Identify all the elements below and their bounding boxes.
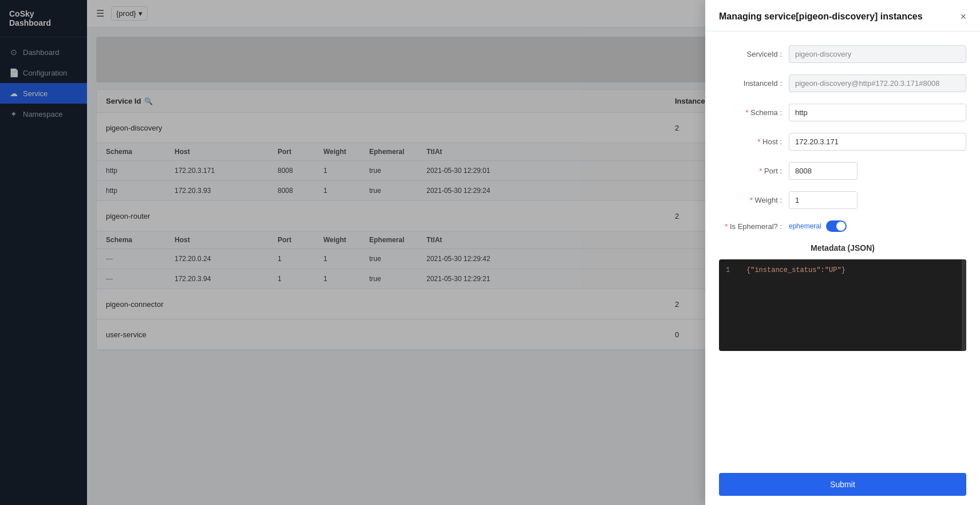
host-cell: 172.20.3.94: [175, 275, 278, 283]
menu-icon[interactable]: ☰: [96, 8, 104, 19]
ephemeral-cell: true: [369, 167, 426, 175]
service-id-header: Service Id 🔍: [106, 97, 675, 105]
service-name: pigeon-connector: [106, 300, 675, 309]
service-id-header-label: Service Id: [106, 97, 141, 105]
sidebar-label-service: Service: [23, 89, 48, 98]
modal-panel: Managing service[pigeon-discovery] insta…: [705, 0, 980, 505]
port-cell: 1: [278, 255, 323, 263]
port-input[interactable]: [789, 162, 858, 180]
weight-label: Weight :: [719, 196, 782, 204]
env-label: {prod}: [116, 9, 136, 18]
weight-cell: 1: [323, 187, 369, 195]
sidebar-item-dashboard[interactable]: ⊙ Dashboard: [0, 42, 87, 62]
weight-input[interactable]: [789, 191, 858, 209]
weight-col-header: Weight: [323, 236, 369, 244]
schema-cell: —: [106, 275, 175, 283]
host-cell: 172.20.3.171: [175, 167, 278, 175]
configuration-icon: 📄: [9, 68, 18, 77]
host-row: Host :: [719, 133, 966, 151]
modal-close-button[interactable]: ×: [960, 11, 966, 22]
sidebar-item-configuration[interactable]: 📄 Configuration: [0, 62, 87, 83]
metadata-section-title: Metadata (JSON): [719, 243, 966, 253]
ephemeral-row: Is Ephemeral? : ephemeral: [719, 220, 966, 232]
env-selector[interactable]: {prod} ▾: [111, 6, 148, 21]
ephemeral-label: Is Ephemeral? :: [719, 222, 782, 231]
instance-id-row: InstanceId :: [719, 74, 966, 92]
ephemeral-toggle-wrapper: ephemeral: [789, 220, 847, 232]
host-input[interactable]: [789, 133, 966, 151]
sidebar-label-namespace: Namespace: [23, 110, 62, 119]
port-cell: 1: [278, 275, 323, 283]
app-logo: CoSky Dashboard: [0, 0, 87, 37]
modal-header: Managing service[pigeon-discovery] insta…: [705, 0, 980, 31]
weight-cell: 1: [323, 167, 369, 175]
code-line: 1 {"instance_status":"UP"}: [726, 266, 959, 274]
service-name: pigeon-router: [106, 212, 675, 220]
service-id-input[interactable]: [789, 45, 966, 63]
sidebar-nav: ⊙ Dashboard 📄 Configuration ☁ Service ✦ …: [0, 37, 87, 129]
ephemeral-cell: true: [369, 275, 426, 283]
service-name: user-service: [106, 330, 675, 339]
code-scrollbar[interactable]: [962, 259, 966, 351]
search-icon[interactable]: 🔍: [144, 97, 153, 105]
port-col-header: Port: [278, 236, 323, 244]
host-col-header: Host: [175, 148, 278, 156]
ephemeral-toggle[interactable]: [826, 220, 847, 232]
dashboard-icon: ⊙: [9, 48, 18, 57]
port-cell: 8008: [278, 167, 323, 175]
port-cell: 8008: [278, 187, 323, 195]
schema-col-header: Schema: [106, 236, 175, 244]
schema-label: Schema :: [719, 108, 782, 117]
service-icon: ☁: [9, 89, 18, 98]
service-name: pigeon-discovery: [106, 124, 675, 132]
code-value: {"instance_status":"UP"}: [746, 266, 845, 274]
schema-col-header: Schema: [106, 148, 175, 156]
host-label: Host :: [719, 137, 782, 146]
weight-cell: 1: [323, 255, 369, 263]
sidebar-label-configuration: Configuration: [23, 69, 67, 77]
chevron-down-icon: ▾: [139, 9, 143, 18]
sidebar-label-dashboard: Dashboard: [23, 48, 60, 57]
port-row: Port :: [719, 162, 966, 180]
service-id-label: ServiceId :: [719, 50, 782, 58]
sidebar: CoSky Dashboard ⊙ Dashboard 📄 Configurat…: [0, 0, 87, 505]
toggle-slider: [826, 220, 847, 232]
port-label: Port :: [719, 167, 782, 175]
modal-title: Managing service[pigeon-discovery] insta…: [719, 11, 923, 22]
instance-id-input[interactable]: [789, 74, 966, 92]
host-cell: 172.20.0.24: [175, 255, 278, 263]
namespace-icon: ✦: [9, 109, 18, 119]
host-col-header: Host: [175, 236, 278, 244]
weight-row: Weight :: [719, 191, 966, 209]
weight-col-header: Weight: [323, 148, 369, 156]
host-cell: 172.20.3.93: [175, 187, 278, 195]
submit-button[interactable]: Submit: [719, 473, 966, 496]
metadata-editor[interactable]: 1 {"instance_status":"UP"}: [719, 259, 966, 351]
ephemeral-cell: true: [369, 255, 426, 263]
modal-body: ServiceId : InstanceId : Schema : Host :…: [705, 31, 980, 464]
sidebar-item-namespace[interactable]: ✦ Namespace: [0, 104, 87, 124]
schema-row: Schema :: [719, 104, 966, 121]
code-content: {"instance_status":"UP"}: [746, 266, 845, 274]
code-line-number: 1: [726, 266, 737, 274]
schema-cell: http: [106, 167, 175, 175]
instance-id-label: InstanceId :: [719, 79, 782, 88]
ephemeral-col-header: Ephemeral: [369, 148, 426, 156]
weight-cell: 1: [323, 275, 369, 283]
ephemeral-col-header: Ephemeral: [369, 236, 426, 244]
port-col-header: Port: [278, 148, 323, 156]
sidebar-item-service[interactable]: ☁ Service: [0, 83, 87, 104]
schema-cell: http: [106, 187, 175, 195]
ephemeral-toggle-label: ephemeral: [789, 222, 821, 230]
schema-cell: —: [106, 255, 175, 263]
schema-input[interactable]: [789, 104, 966, 121]
ephemeral-cell: true: [369, 187, 426, 195]
service-id-row: ServiceId :: [719, 45, 966, 63]
